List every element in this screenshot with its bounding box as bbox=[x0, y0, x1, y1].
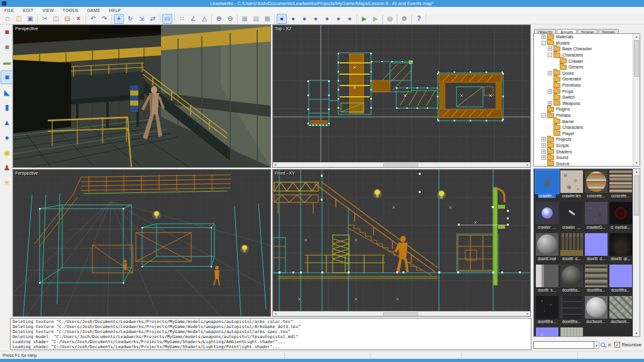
render-mode-3-icon[interactable]: ● bbox=[299, 14, 309, 24]
asset-item-ductwork[interactable]: ductwork... bbox=[584, 295, 608, 326]
tree-item-source[interactable]: Source bbox=[534, 160, 633, 166]
paste-icon[interactable]: ▤ bbox=[62, 14, 72, 24]
scrollbar-thumb[interactable] bbox=[383, 163, 418, 167]
select-faces-icon[interactable]: △ bbox=[199, 14, 209, 24]
publish-icon[interactable]: ◎ bbox=[385, 14, 395, 24]
tree-toggle-icon[interactable]: - bbox=[548, 53, 552, 57]
menu-help[interactable]: HELP bbox=[104, 8, 125, 13]
tree-item-doors[interactable]: +Doors bbox=[534, 70, 633, 77]
scrollbar-thumb[interactable] bbox=[634, 40, 639, 77]
asset-item-unnamed[interactable] bbox=[559, 326, 584, 337]
asset-item-crawler[interactable]: crawler_... bbox=[535, 200, 559, 232]
tree-item-characters[interactable]: Characters bbox=[534, 124, 633, 131]
move-icon[interactable]: + bbox=[114, 14, 124, 24]
menu-tools[interactable]: TOOLS bbox=[58, 8, 82, 13]
tree-item-barrel[interactable]: Barrel bbox=[534, 118, 633, 124]
scroll-left-icon[interactable]: ◄ bbox=[273, 163, 278, 167]
asset-item-unnamed[interactable] bbox=[608, 326, 633, 337]
tree-toggle-icon[interactable]: + bbox=[548, 89, 552, 94]
asset-item-doorlitfra[interactable]: doorlitfra... bbox=[535, 295, 559, 326]
top-xz-hscrollbar[interactable]: ◄ ► bbox=[273, 162, 530, 167]
wireframe-view-icon[interactable]: ▦ bbox=[240, 14, 250, 24]
recursive-checkbox[interactable]: ✓ bbox=[614, 342, 620, 348]
tree-toggle-icon[interactable]: + bbox=[541, 137, 546, 141]
assets-scrollbar[interactable]: ▲ ▼ bbox=[633, 169, 640, 336]
new-file-icon[interactable]: □ bbox=[3, 14, 13, 24]
asset-item-crawler[interactable]: crawler... bbox=[535, 169, 559, 200]
asset-filter-input[interactable] bbox=[533, 341, 594, 349]
run-game-icon[interactable]: ▶ bbox=[359, 14, 369, 24]
copy-icon[interactable]: ◫ bbox=[51, 14, 61, 24]
directional-light-icon[interactable]: ☀ bbox=[1, 176, 13, 190]
tree-toggle-icon[interactable]: + bbox=[541, 143, 546, 148]
scroll-up-icon[interactable]: ▲ bbox=[633, 169, 640, 175]
tree-item-generator[interactable]: Generator bbox=[534, 76, 633, 82]
asset-item-unnamed[interactable] bbox=[584, 326, 608, 337]
brush-box-icon[interactable]: ■ bbox=[1, 25, 13, 39]
tree-toggle-icon[interactable]: + bbox=[548, 47, 552, 51]
open-file-icon[interactable]: ◰ bbox=[14, 14, 24, 24]
asset-item-crawler-tex[interactable]: crawler.tex bbox=[559, 169, 584, 200]
viewport-top-xz[interactable]: Top - XZ ◄ ► bbox=[272, 25, 531, 168]
zoom-out-icon[interactable]: ⊖ bbox=[225, 14, 235, 24]
tree-item-models[interactable]: -Models bbox=[534, 40, 633, 47]
save-icon[interactable]: ▣ bbox=[25, 14, 35, 24]
zoom-in-icon[interactable]: ⊕ bbox=[214, 14, 224, 24]
tree-toggle-icon[interactable]: + bbox=[541, 35, 546, 39]
scroll-down-icon[interactable]: ▼ bbox=[633, 160, 640, 166]
tree-toggle-icon[interactable]: + bbox=[541, 155, 546, 160]
tree-toggle-icon[interactable]: - bbox=[541, 41, 546, 45]
tree-toggle-icon[interactable]: - bbox=[541, 113, 546, 118]
options-icon[interactable]: ⚙ bbox=[399, 14, 409, 24]
render-mode-5-icon[interactable]: ● bbox=[322, 14, 332, 24]
redo-icon[interactable]: ↷ bbox=[99, 14, 109, 24]
tree-item-crawler[interactable]: Crawler bbox=[534, 58, 633, 64]
render-mode-2-icon[interactable]: ● bbox=[288, 14, 298, 24]
menu-file[interactable]: FILE bbox=[0, 8, 19, 13]
asset-item-ductwork[interactable]: ductwork... bbox=[608, 295, 633, 326]
asset-item-doorlit-gl[interactable]: doorlit_gl... bbox=[608, 232, 633, 263]
model-icon[interactable]: ♟ bbox=[1, 161, 13, 175]
cut-icon[interactable]: ✂ bbox=[40, 14, 50, 24]
render-mode-6-icon[interactable]: ● bbox=[333, 14, 343, 24]
search-button[interactable] bbox=[601, 341, 606, 349]
asset-item-unnamed[interactable] bbox=[535, 326, 559, 337]
cone-primitive-icon[interactable]: ▲ bbox=[1, 116, 13, 129]
sphere-primitive-icon[interactable]: ● bbox=[1, 131, 13, 145]
undo-icon[interactable]: ↶ bbox=[88, 14, 98, 24]
scale-icon[interactable]: ⇲ bbox=[136, 14, 147, 24]
tree-item-generic[interactable]: Generic bbox=[534, 64, 633, 70]
scrollbar-thumb[interactable] bbox=[634, 175, 639, 216]
asset-item-concrete[interactable]: concrete... bbox=[608, 169, 633, 200]
point-light-icon[interactable]: ◉ bbox=[1, 146, 13, 160]
terrain-icon[interactable]: ▬ bbox=[1, 55, 13, 69]
box-primitive-icon[interactable]: ■ bbox=[1, 70, 13, 84]
scroll-left-icon[interactable]: ◄ bbox=[273, 312, 278, 316]
cylinder-primitive-icon[interactable]: ▮ bbox=[1, 101, 13, 114]
tree-item-props[interactable]: +Props bbox=[534, 88, 633, 94]
scrollbar-thumb[interactable] bbox=[383, 312, 418, 315]
menu-edit[interactable]: EDIT bbox=[19, 8, 38, 13]
tree-toggle-icon[interactable]: + bbox=[541, 150, 546, 154]
csg-subtract-icon[interactable]: ■ bbox=[1, 40, 13, 54]
asset-item-d-eyebal[interactable]: d_eyebal... bbox=[608, 200, 633, 232]
asset-item-doorlitfra[interactable]: doorlitfra... bbox=[584, 263, 608, 295]
asset-item-crawler[interactable]: crawler_... bbox=[559, 200, 584, 232]
render-mode-1-icon[interactable]: ● bbox=[277, 14, 287, 24]
viewport-front-xy[interactable]: Front - XY ◄ ► bbox=[272, 169, 531, 317]
solid-view-icon[interactable]: ▤ bbox=[251, 14, 261, 24]
tree-item-switch[interactable]: Switch bbox=[534, 94, 633, 101]
tree-toggle-icon[interactable]: + bbox=[548, 71, 552, 75]
rotate-icon[interactable]: ↻ bbox=[125, 14, 135, 24]
viewport-perspective[interactable]: Perspective bbox=[13, 25, 271, 168]
menu-view[interactable]: VIEW bbox=[38, 8, 58, 13]
asset-item-crawlerd[interactable]: crawlerD... bbox=[584, 200, 608, 232]
run-map-icon[interactable]: ▶ bbox=[370, 14, 380, 24]
mirror-icon[interactable]: ⇄ bbox=[148, 14, 158, 24]
render-mode-4-icon[interactable]: ● bbox=[311, 14, 321, 24]
tree-item-characters[interactable]: -Characters bbox=[534, 52, 633, 58]
asset-item-doorlit-mat[interactable]: doorlit.mat bbox=[535, 232, 559, 263]
select-edges-icon[interactable]: ∠ bbox=[188, 14, 198, 24]
front-xy-hscrollbar[interactable]: ◄ ► bbox=[273, 311, 530, 316]
scroll-up-icon[interactable]: ▲ bbox=[633, 34, 640, 40]
